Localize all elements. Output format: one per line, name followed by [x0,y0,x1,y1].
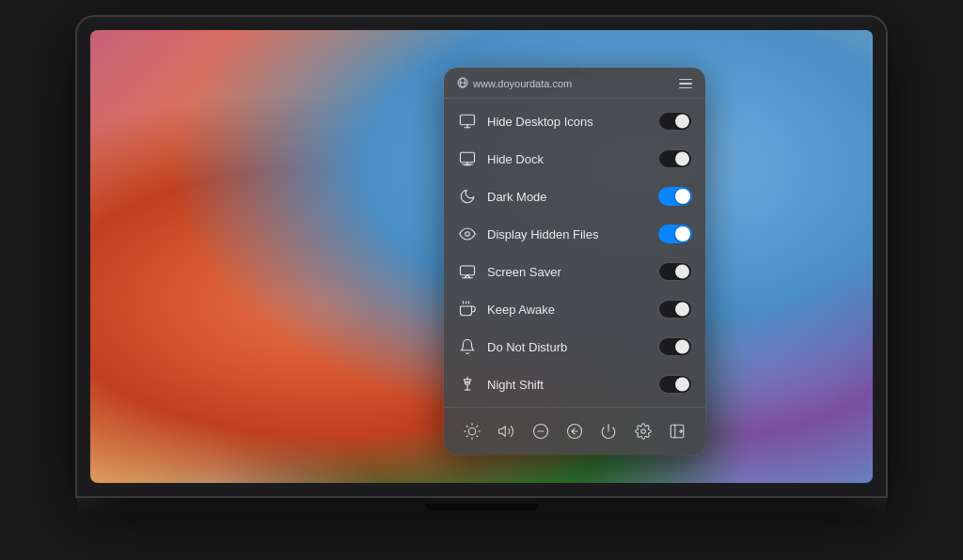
macbook-frame: www.doyourdata.com [49,17,914,543]
svg-point-10 [466,232,470,237]
night-shift-label: Night Shift [487,378,649,392]
dock-monitor-icon [457,148,478,169]
minus-circle-button[interactable] [527,417,555,445]
coffee-icon [457,299,478,319]
moon-icon [457,186,478,207]
hide-dock-label: Hide Dock [487,152,649,166]
power-button[interactable] [594,417,623,445]
external-link-button[interactable] [663,417,691,445]
display-hidden-files-label: Display Hidden Files [487,227,649,241]
svg-line-24 [477,436,478,437]
do-not-disturb-label: Do Not Disturb [487,340,649,354]
do-not-disturb-toggle[interactable] [658,337,692,356]
toggle-row-screen-saver[interactable]: Screen Saver [444,253,705,290]
svg-point-35 [640,429,645,434]
toggle-list: Hide Desktop Icons [444,99,705,407]
screen-inner: www.doyourdata.com [90,30,873,483]
screen-bezel: www.doyourdata.com [77,17,886,496]
night-shift-toggle[interactable] [658,375,692,394]
eye-icon [457,224,478,244]
toggle-row-night-shift[interactable]: Night Shift [444,366,705,403]
hamburger-menu-icon[interactable] [679,79,692,89]
dark-mode-label: Dark Mode [487,190,649,204]
panel-url: www.doyourdata.com [457,77,572,90]
toggle-row-hide-desktop-icons[interactable]: Hide Desktop Icons [444,102,705,140]
svg-rect-6 [461,152,475,163]
keep-awake-toggle[interactable] [658,300,692,319]
monitor-icon [457,111,478,132]
toggle-row-display-hidden-files[interactable]: Display Hidden Files [444,215,705,253]
url-text: www.doyourdata.com [473,78,572,89]
screen-saver-label: Screen Saver [487,265,649,279]
dark-mode-toggle[interactable] [658,187,692,206]
screen-saver-toggle[interactable] [658,262,692,281]
svg-line-27 [466,436,467,437]
popup-panel: www.doyourdata.com [444,68,705,455]
hide-dock-toggle[interactable] [658,149,692,168]
toggle-row-dark-mode[interactable]: Dark Mode [444,178,705,215]
lamp-icon [457,374,478,395]
svg-rect-11 [461,266,475,275]
settings-button[interactable] [629,417,657,445]
brightness-button[interactable] [458,417,486,445]
hide-desktop-icons-label: Hide Desktop Icons [487,115,649,129]
keep-awake-label: Keep Awake [487,303,649,317]
volume-button[interactable] [492,417,520,445]
svg-point-20 [468,428,476,435]
back-button[interactable] [560,417,589,445]
hide-desktop-icons-toggle[interactable] [658,112,692,131]
display-hidden-files-toggle[interactable] [658,225,692,243]
globe-icon [457,77,468,90]
toggle-row-do-not-disturb[interactable]: Do Not Disturb [444,328,705,366]
svg-line-28 [477,426,478,427]
macbook-chin [77,496,886,517]
screen-saver-icon [457,261,478,282]
svg-marker-29 [499,427,506,437]
svg-rect-3 [461,115,475,125]
toggle-row-keep-awake[interactable]: Keep Awake [444,290,705,328]
bell-icon [457,336,478,357]
toggle-row-hide-dock[interactable]: Hide Dock [444,140,705,178]
chin-notch [425,504,538,511]
panel-header: www.doyourdata.com [444,68,705,99]
svg-line-23 [466,426,467,427]
panel-toolbar [444,407,705,455]
